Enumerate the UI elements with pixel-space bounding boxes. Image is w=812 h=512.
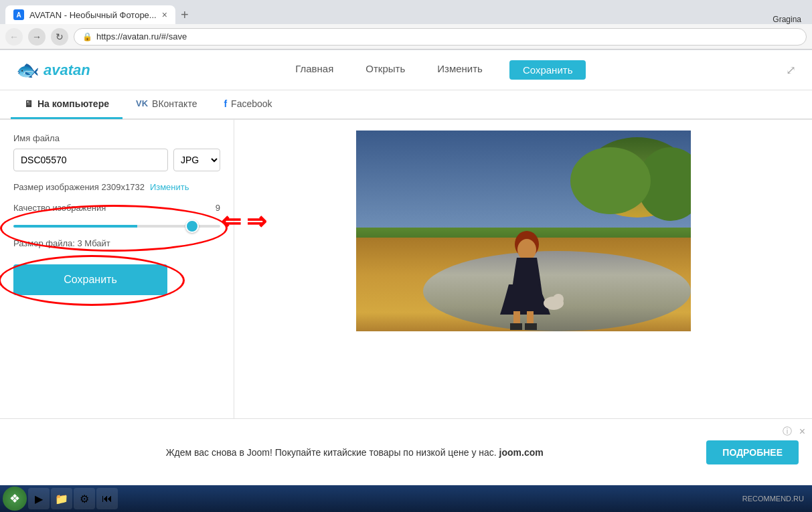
media-icon: ▶ <box>35 493 43 505</box>
quality-row: Качество изображения 9 <box>13 203 220 213</box>
nav-open[interactable]: Открыть <box>360 60 410 80</box>
new-tab-button[interactable]: + <box>175 5 194 24</box>
chrome-icon: ⚙ <box>80 493 89 505</box>
url-text: https://avatan.ru/#/save <box>96 31 187 41</box>
start-button[interactable]: ❖ <box>3 487 27 511</box>
filename-row: JPG PNG BMP <box>13 149 220 171</box>
quality-slider[interactable] <box>13 225 220 228</box>
save-button[interactable]: Сохранить <box>13 264 167 295</box>
filesize-label: Размер файла: 3 Мбайт <box>13 238 220 248</box>
vk-icon: VK <box>136 98 148 108</box>
facebook-label: Facebook <box>231 98 272 109</box>
svg-rect-12 <box>525 323 537 330</box>
size-row: Размер изображения 2309x1732 Изменить <box>13 182 220 192</box>
back-button[interactable]: ← <box>5 28 23 46</box>
ad-text-before: Ждем вас снова в Joom! Покупайте китайск… <box>166 447 497 458</box>
subnav-facebook[interactable]: f Facebook <box>210 90 285 119</box>
logo-icon: 🐟 <box>16 59 39 81</box>
nav-edit[interactable]: Изменить <box>432 60 488 80</box>
fullscreen-button[interactable]: ⤢ <box>786 63 796 78</box>
taskbar-chrome-btn[interactable]: ⚙ <box>74 488 95 509</box>
filename-label: Имя файла <box>13 133 220 143</box>
browser-tab[interactable]: A AVATAN - Необычный Фоторе... × <box>5 5 175 24</box>
taskbar-tray: RECOMMEND.RU <box>737 495 809 503</box>
computer-label: На компьютере <box>37 98 109 109</box>
quality-value: 9 <box>216 203 220 213</box>
svg-point-14 <box>553 294 564 305</box>
svg-point-3 <box>570 147 651 214</box>
format-select[interactable]: JPG PNG BMP <box>173 149 220 171</box>
forward-button[interactable]: → <box>28 28 46 46</box>
ad-highlight: joom.com <box>499 447 544 458</box>
start-icon: ❖ <box>9 491 20 506</box>
left-panel: Имя файла JPG PNG BMP Размер изображения… <box>0 120 234 418</box>
ad-banner: ⓘ × Ждем вас снова в Joom! Покупайте кит… <box>0 418 812 485</box>
taskbar-video-btn[interactable]: ⏮ <box>96 488 118 509</box>
taskbar-folder-btn[interactable]: 📁 <box>51 488 72 509</box>
address-bar[interactable]: 🔒 https://avatan.ru/#/save <box>74 28 807 46</box>
header-nav: Главная Открыть Изменить Сохранить <box>112 60 764 80</box>
folder-icon: 📁 <box>55 493 68 505</box>
preview-svg <box>356 131 691 331</box>
svg-point-8 <box>517 239 536 260</box>
subnav-computer[interactable]: 🖥 На компьютере <box>11 90 123 119</box>
main-content: Имя файла JPG PNG BMP Размер изображения… <box>0 120 812 418</box>
subnav-vk[interactable]: VK ВКонтакте <box>123 90 210 119</box>
ad-info-icon[interactable]: ⓘ <box>783 426 792 438</box>
taskbar-media-btn[interactable]: ▶ <box>28 488 50 509</box>
tab-close-button[interactable]: × <box>162 9 167 20</box>
tray-recommend: RECOMMEND.RU <box>742 495 804 503</box>
refresh-button[interactable]: ↻ <box>51 28 68 46</box>
right-panel <box>234 120 812 418</box>
change-size-link[interactable]: Изменить <box>150 182 189 192</box>
tab-title: AVATAN - Необычный Фоторе... <box>29 10 157 20</box>
svg-rect-11 <box>510 323 522 330</box>
site-header: 🐟 avatan Главная Открыть Изменить Сохран… <box>0 50 812 90</box>
logo[interactable]: 🐟 avatan <box>16 59 90 81</box>
sub-nav: 🖥 На компьютере VK ВКонтакте f Facebook <box>0 90 812 120</box>
size-label: Размер изображения 2309x1732 <box>13 182 145 192</box>
lock-icon: 🔒 <box>82 32 92 41</box>
taskbar: ❖ ▶ 📁 ⚙ ⏮ RECOMMEND.RU <box>0 485 812 512</box>
preview-image <box>356 131 691 334</box>
logo-text: avatan <box>44 62 90 79</box>
filename-input[interactable] <box>13 149 168 171</box>
tab-favicon: A <box>13 9 24 20</box>
user-info: Gragina <box>762 12 812 24</box>
nav-home[interactable]: Главная <box>290 60 339 80</box>
facebook-icon: f <box>224 98 227 109</box>
website-content: 🐟 avatan Главная Открыть Изменить Сохран… <box>0 50 812 418</box>
computer-icon: 🖥 <box>24 98 33 109</box>
video-icon: ⏮ <box>102 493 112 505</box>
vk-label: ВКонтакте <box>152 98 197 109</box>
ad-text: Ждем вас снова в Joom! Покупайте китайск… <box>13 447 696 458</box>
ad-details-button[interactable]: ПОДРОБНЕЕ <box>706 440 799 464</box>
nav-save[interactable]: Сохранить <box>509 60 586 80</box>
ad-close-button[interactable]: × <box>799 426 805 438</box>
svg-point-6 <box>423 251 691 331</box>
quality-label: Качество изображения <box>13 203 106 213</box>
